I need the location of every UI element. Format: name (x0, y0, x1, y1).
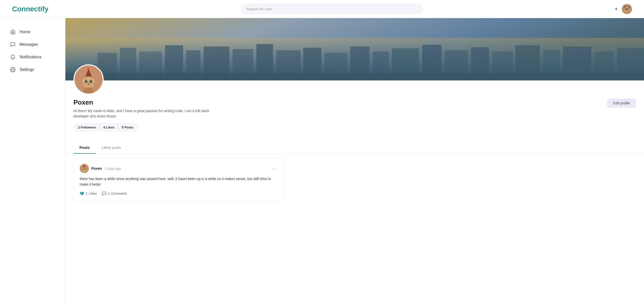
svg-rect-28 (515, 45, 540, 80)
user-avatar-header[interactable] (622, 4, 632, 14)
svg-point-55 (82, 167, 87, 171)
svg-point-40 (90, 80, 92, 83)
user-avatar-image (622, 4, 632, 14)
svg-rect-33 (65, 73, 644, 80)
sidebar-item-notifications[interactable]: Notifications (6, 51, 59, 63)
svg-rect-32 (617, 48, 644, 80)
svg-rect-29 (543, 50, 560, 80)
svg-rect-17 (256, 44, 273, 80)
svg-rect-25 (445, 50, 468, 80)
home-icon (10, 29, 16, 35)
svg-rect-16 (232, 49, 253, 80)
svg-point-53 (84, 164, 85, 166)
cover-gradient (65, 18, 644, 80)
heart-icon (80, 191, 84, 196)
svg-rect-11 (120, 48, 136, 80)
sidebar-item-settings[interactable]: Settings (6, 64, 59, 75)
post-author-name: Poxen (91, 166, 102, 170)
svg-point-50 (83, 88, 94, 94)
followers-count: 2 (78, 125, 80, 129)
svg-point-8 (12, 69, 14, 70)
svg-rect-26 (471, 47, 489, 80)
sidebar: Home Messages Notifications Settings (0, 18, 65, 306)
svg-point-38 (82, 77, 95, 88)
svg-rect-19 (303, 48, 321, 80)
sidebar-nav: Home Messages Notifications Settings (6, 26, 59, 75)
profile-avatar-image (74, 64, 103, 95)
followers-label: Followers (81, 125, 96, 129)
comment-action[interactable]: 1 Comments (102, 191, 127, 196)
posts-count: 5 (122, 125, 124, 129)
svg-rect-18 (276, 50, 301, 80)
app-logo: Connectify (12, 5, 49, 13)
svg-rect-14 (186, 50, 200, 80)
post-actions: 1 Likes 1 Comments (80, 191, 277, 196)
search-input[interactable] (241, 4, 422, 14)
svg-point-39 (85, 80, 87, 83)
header-actions: + (615, 4, 632, 14)
svg-rect-31 (594, 52, 614, 80)
svg-point-43 (88, 83, 89, 84)
post-header: Poxen 2 days ago ··· (80, 164, 277, 173)
followers-stat[interactable]: 2 Followers (74, 124, 100, 130)
add-button[interactable]: + (615, 6, 618, 12)
tabs-row: Posts Liked posts (65, 142, 644, 154)
sidebar-item-home[interactable]: Home (6, 26, 59, 38)
svg-point-56 (83, 168, 84, 170)
sidebar-label-messages: Messages (20, 42, 38, 47)
post-more-button[interactable]: ··· (272, 166, 277, 171)
svg-point-4 (625, 8, 626, 10)
posts-label: Posts (125, 125, 133, 129)
stats-row: 2 Followers 4 Likes 5 Posts (73, 123, 138, 132)
likes-label: Likes (106, 125, 114, 129)
header: Connectify + (0, 0, 644, 18)
post-time: 2 days ago (105, 167, 121, 170)
svg-rect-20 (325, 53, 347, 80)
app-body: Home Messages Notifications Settings (0, 18, 644, 306)
tab-posts[interactable]: Posts (73, 142, 96, 154)
svg-point-36 (87, 68, 90, 70)
sidebar-label-home: Home (20, 30, 30, 34)
post-author: Poxen 2 days ago (80, 164, 121, 173)
avatar-icon (622, 4, 632, 14)
svg-rect-23 (392, 48, 419, 80)
svg-point-3 (624, 7, 630, 12)
post-card: Poxen 2 days ago ··· there has been a wh… (73, 159, 284, 201)
post-author-info: Poxen 2 days ago (91, 166, 121, 171)
edit-profile-button[interactable]: Edit profile (607, 99, 636, 108)
posts-area: Poxen 2 days ago ··· there has been a wh… (65, 154, 292, 210)
tab-liked-posts[interactable]: Liked posts (96, 142, 127, 154)
svg-rect-21 (350, 47, 370, 80)
profile-section: Poxen Hi there! My name is Albin, and I … (65, 80, 644, 138)
like-label: Likes (89, 192, 97, 195)
likes-count: 4 (103, 125, 105, 129)
svg-rect-9 (65, 38, 644, 80)
main-content: Poxen Hi there! My name is Albin, and I … (65, 18, 644, 306)
cover-photo (65, 18, 644, 80)
likes-stat[interactable]: 4 Likes (100, 124, 118, 130)
profile-avatar-wrap (73, 64, 104, 95)
posts-stat[interactable]: 5 Posts (118, 124, 137, 130)
message-icon (10, 42, 16, 47)
comment-label: Comments (111, 192, 127, 195)
svg-point-42 (91, 80, 92, 81)
svg-point-57 (85, 168, 86, 170)
profile-info-left: Poxen Hi there! My name is Albin, and I … (73, 99, 607, 132)
like-action[interactable]: 1 Likes (80, 191, 97, 196)
sidebar-label-settings: Settings (20, 67, 34, 72)
svg-rect-22 (373, 52, 389, 80)
sidebar-item-messages[interactable]: Messages (6, 39, 59, 50)
svg-rect-30 (563, 47, 591, 80)
profile-info-row: Poxen Hi there! My name is Albin, and I … (73, 80, 636, 132)
post-text: there has been a while since anything wa… (80, 176, 277, 187)
svg-rect-15 (204, 47, 229, 80)
svg-rect-27 (492, 52, 513, 80)
like-count: 1 (86, 192, 88, 195)
bell-icon (10, 54, 16, 60)
svg-rect-13 (165, 45, 183, 80)
svg-rect-12 (139, 52, 162, 80)
post-author-avatar (80, 164, 89, 173)
cityscape-svg (65, 38, 644, 80)
profile-bio: Hi there! My name is Albin, and I have a… (73, 108, 214, 119)
search-bar (241, 4, 422, 14)
